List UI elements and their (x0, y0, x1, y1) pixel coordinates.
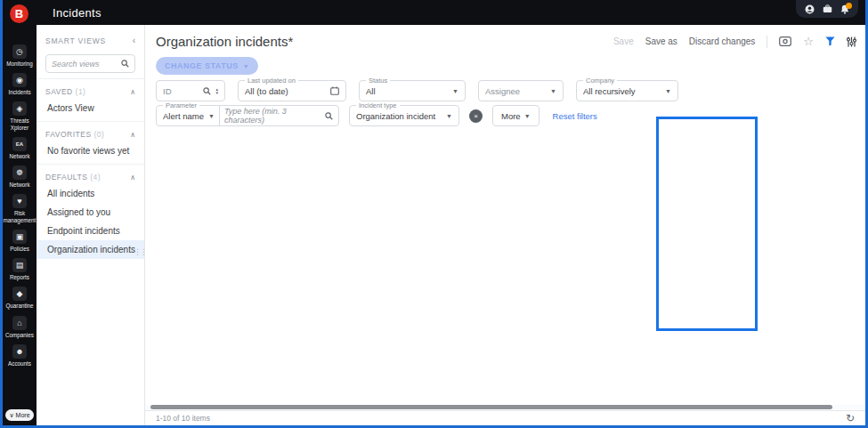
id-filter-input[interactable]: ID ▴▾ (156, 80, 225, 101)
rail-item-quarantine[interactable]: ◆Quarantine (3, 287, 37, 309)
rail-item-label: Companies (3, 332, 37, 338)
status-filter-select[interactable]: Status All ▼ (359, 80, 466, 101)
discard-changes-button[interactable]: Discard changes (689, 36, 755, 46)
rail-item-policies[interactable]: ▣Policies (3, 230, 37, 252)
left-rail: B ◷Monitoring◉Incidents◈Threats XplorerE… (3, 0, 37, 425)
status-label: Status (366, 77, 390, 85)
save-as-button[interactable]: Save as (645, 36, 677, 46)
parameter-label: Parameter (163, 101, 199, 109)
favorite-star-icon[interactable]: ☆ (803, 36, 814, 47)
incident-type-label: Incident type (356, 101, 400, 109)
sidebar-item-endpoint-incidents[interactable]: Endpoint incidents (37, 222, 144, 240)
collapse-panel-icon[interactable]: ‹ (133, 36, 135, 45)
rail-item-accounts[interactable]: ☻Accounts (3, 344, 37, 367)
rail-more-label: More (16, 412, 30, 418)
incidents-icon: ◉ (12, 73, 27, 87)
rail-more-button[interactable]: ∨ More (5, 409, 34, 421)
parameter-search-input[interactable]: Type here (min. 3 characters) (224, 107, 320, 125)
user-icon[interactable] (805, 4, 815, 14)
saved-count: (1) (76, 87, 86, 96)
rail-item-risk-management[interactable]: ♥Risk management (3, 194, 37, 222)
bell-icon[interactable] (840, 4, 849, 14)
chevron-up-icon[interactable]: ∧ (130, 88, 135, 96)
chevron-down-icon[interactable]: ▼ (208, 113, 215, 119)
quarantine-icon: ◆ (12, 287, 27, 301)
rail-item-reports[interactable]: ▤Reports (3, 258, 37, 280)
rail-item-incidents[interactable]: ◉Incidents (3, 73, 37, 95)
app-window: Incidents › B ◷Monitoring◉Incidents◈Thre… (0, 0, 868, 428)
smart-views-panel: SMART VIEWS ‹ Search views SAVED (1) ∧ A… (37, 25, 145, 425)
reports-icon: ▤ (12, 258, 27, 272)
clear-filter-button[interactable]: × (469, 109, 483, 123)
rail-item-monitoring[interactable]: ◷Monitoring (3, 44, 37, 67)
chevron-down-icon: ▼ (452, 88, 458, 94)
assignee-placeholder: Assignee (485, 86, 546, 96)
sidebar-item-all-incidents[interactable]: All incidents (37, 184, 144, 203)
change-status-button[interactable]: CHANGE STATUS ▼ (156, 57, 258, 75)
favorites-empty-text: No favorite views yet (37, 141, 144, 160)
saved-label: SAVED (45, 87, 73, 96)
search-views-placeholder: Search views (52, 60, 118, 69)
assignee-filter-select[interactable]: Assignee ▼ (478, 80, 564, 101)
saved-section: SAVED (1) ∧ Actors View (37, 78, 144, 117)
horizontal-scrollbar (145, 405, 865, 409)
rail-item-label: Quarantine (3, 303, 37, 309)
id-filter-placeholder: ID (163, 86, 199, 96)
save-button[interactable]: Save (613, 36, 634, 46)
defaults-count: (4) (90, 173, 101, 182)
divider (767, 36, 767, 48)
page-header-title: Incidents (53, 6, 101, 20)
policies-icon: ▣ (12, 230, 27, 244)
chevron-up-icon[interactable]: ∧ (130, 174, 135, 182)
id-stepper[interactable]: ▴▾ (215, 87, 218, 94)
last-updated-filter[interactable]: Last updated on All (to date) (238, 80, 346, 101)
chevron-up-icon[interactable]: ∧ (130, 131, 135, 139)
companies-icon: ⌂ (12, 316, 27, 330)
search-icon (121, 60, 129, 68)
rail-item-label: Accounts (3, 360, 37, 367)
smart-views-title: SMART VIEWS (45, 36, 106, 45)
last-updated-value: All (to date) (245, 86, 326, 96)
account-pill (796, 0, 858, 18)
company-filter-select[interactable]: Company All recursively ▼ (576, 80, 678, 101)
rail-item-companies[interactable]: ⌂Companies (3, 316, 37, 338)
notification-badge (846, 3, 852, 9)
sidebar-item-organization-incidents[interactable]: Organization incidents (37, 240, 144, 259)
sidebar-item-assigned-to-you[interactable]: Assigned to you (37, 203, 144, 222)
reset-filters-link[interactable]: Reset filters (553, 111, 597, 121)
rail-item-network[interactable]: ☸Network (3, 166, 37, 188)
search-views-input[interactable]: Search views (45, 54, 135, 73)
parameter-value[interactable]: Alert name (163, 111, 204, 121)
defaults-label: DEFAULTS (45, 173, 87, 182)
rail-item-label: Monitoring (3, 61, 37, 67)
accounts-icon: ☻ (12, 344, 27, 359)
scrollbar-thumb[interactable] (150, 405, 832, 409)
rail-item-network-ea[interactable]: EANetwork (3, 137, 37, 159)
rail-item-label: Network (3, 153, 37, 159)
bitdefender-logo: B (10, 4, 28, 23)
search-icon (203, 87, 211, 95)
chevron-down-icon: ▼ (446, 113, 452, 119)
rail-item-threats-xplorer[interactable]: ◈Threats Xplorer (3, 101, 37, 130)
chevron-down-icon: ▼ (550, 88, 556, 94)
main-content: Organization incidents* Save Save as Dis… (145, 25, 865, 425)
more-filters-label: More (501, 111, 521, 121)
column-settings-icon[interactable] (847, 36, 856, 47)
more-filters-button[interactable]: More ▼ (492, 105, 539, 126)
favorites-section: FAVORITES (0) ∧ No favorite views yet (37, 121, 144, 160)
refresh-icon[interactable]: ↻ (846, 413, 855, 424)
items-count-text: 1-10 of 10 items (156, 414, 210, 423)
panel-resize-handle[interactable]: ⋮⋮ (134, 247, 146, 256)
filter-funnel-icon[interactable] (825, 36, 835, 46)
rail-items: ◷Monitoring◉Incidents◈Threats XplorerEAN… (3, 44, 37, 367)
incident-type-value: Organization incident (356, 111, 442, 121)
company-label: Company (583, 77, 617, 85)
divider (219, 106, 220, 125)
incident-type-filter-select[interactable]: Incident type Organization incident ▼ (349, 105, 459, 126)
calendar-icon (330, 86, 339, 95)
search-icon (325, 112, 333, 120)
sidebar-item-actors-view[interactable]: Actors View (37, 99, 144, 117)
snapshot-icon[interactable] (779, 36, 791, 46)
company-value: All recursively (583, 86, 661, 96)
briefcase-icon[interactable] (823, 4, 832, 13)
